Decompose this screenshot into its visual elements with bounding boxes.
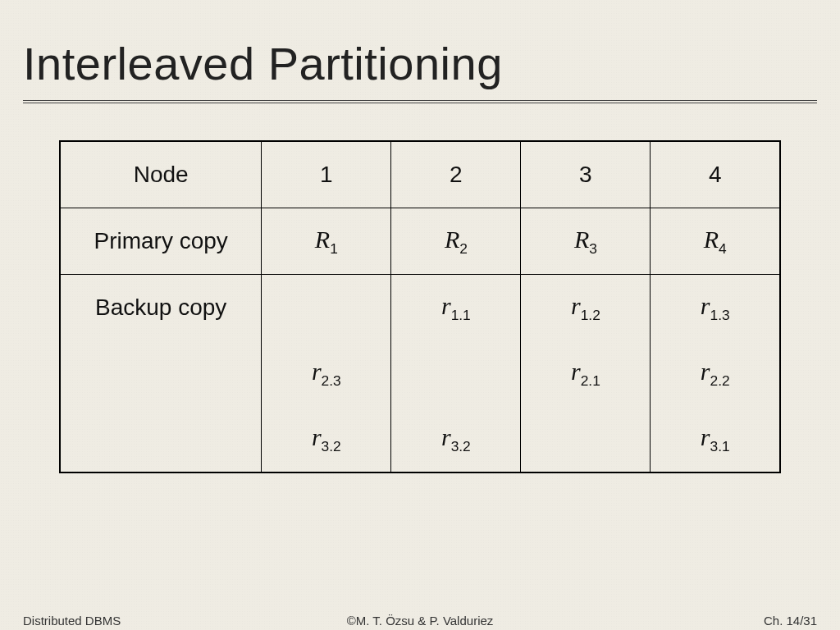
backup3-c2: r3.2 — [391, 406, 521, 472]
partitioning-table: Node 1 2 3 4 Primary copy R1 R2 R3 R4 Ba… — [59, 140, 781, 473]
backup3-c1: r3.2 — [262, 406, 391, 472]
primary-c3: R3 — [521, 208, 651, 275]
slide-title: Interleaved Partitioning — [0, 0, 840, 100]
backup2-c2 — [391, 340, 521, 406]
backup2-c1: r2.3 — [262, 340, 391, 406]
partitioning-table-wrap: Node 1 2 3 4 Primary copy R1 R2 R3 R4 Ba… — [59, 140, 781, 473]
backup-row-1: Backup copy r1.1 r1.2 r1.3 — [60, 275, 780, 341]
backup2-label — [60, 340, 262, 406]
backup2-c4: r2.2 — [651, 340, 780, 406]
backup-row-3: r3.2 r3.2 r3.1 — [60, 406, 780, 472]
backup2-c3: r2.1 — [521, 340, 651, 406]
backup-row-2: r2.3 r2.1 r2.2 — [60, 340, 780, 406]
primary-row: Primary copy R1 R2 R3 R4 — [60, 208, 780, 275]
header-node: Node — [60, 141, 262, 208]
backup3-label — [60, 406, 262, 472]
primary-c1: R1 — [262, 208, 391, 275]
header-col-2: 2 — [391, 141, 521, 208]
backup1-c1 — [262, 275, 391, 341]
header-col-3: 3 — [521, 141, 651, 208]
backup1-c2: r1.1 — [391, 275, 521, 341]
header-col-1: 1 — [262, 141, 391, 208]
footer-right: Ch. 14/31 — [764, 614, 817, 628]
header-row: Node 1 2 3 4 — [60, 141, 780, 208]
primary-c2: R2 — [391, 208, 521, 275]
backup3-c4: r3.1 — [651, 406, 780, 472]
backup-label: Backup copy — [60, 275, 262, 341]
title-divider — [23, 100, 817, 103]
backup1-c4: r1.3 — [651, 275, 780, 341]
primary-label: Primary copy — [60, 208, 262, 275]
footer-center: ©M. T. Özsu & P. Valduriez — [0, 614, 840, 628]
header-col-4: 4 — [651, 141, 780, 208]
primary-c4: R4 — [651, 208, 780, 275]
backup3-c3 — [521, 406, 651, 472]
backup1-c3: r1.2 — [521, 275, 651, 341]
